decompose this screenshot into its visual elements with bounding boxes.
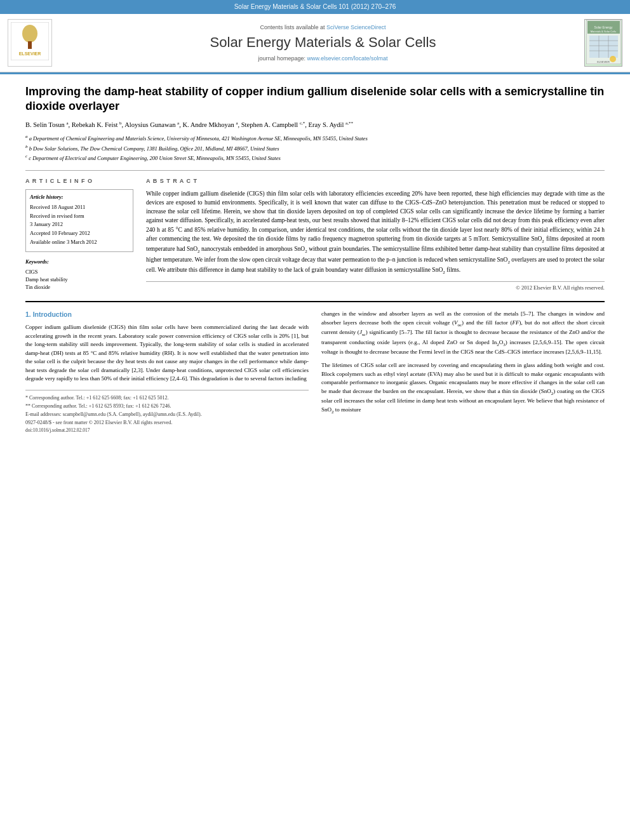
- history-received: Received 18 August 2011: [30, 204, 129, 211]
- sciverse-link[interactable]: SciVerse ScienceDirect: [326, 24, 386, 30]
- sciverse-line: Contents lists available at SciVerse Sci…: [62, 23, 584, 32]
- body-section: 1. Introduction Copper indium gallium di…: [25, 301, 605, 434]
- affiliation-c: c c Department of Electrical and Compute…: [25, 154, 605, 163]
- keywords-section: Keywords: CIGS Damp heat stability Tin d…: [25, 258, 133, 291]
- article-title: Improving the damp-heat stability of cop…: [25, 84, 605, 114]
- affiliation-a: a a Department of Chemical Engineering a…: [25, 134, 605, 143]
- abstract-label: A B S T R A C T: [146, 177, 605, 185]
- journal-header-center: Contents lists available at SciVerse Sci…: [62, 23, 584, 63]
- svg-text:ELSEVIER: ELSEVIER: [597, 60, 610, 63]
- affiliation-b: b b Dow Solar Solutions, The Dow Chemica…: [25, 144, 605, 153]
- history-online: Available online 3 March 2012: [30, 239, 129, 246]
- journal-header: ELSEVIER Contents lists available at Sci…: [0, 14, 630, 72]
- authors-line: B. Selin Tosun a, Rebekah K. Feist b, Al…: [25, 121, 605, 130]
- svg-point-1: [22, 25, 37, 43]
- article-info-label: A R T I C L E I N F O: [25, 177, 133, 185]
- homepage-url[interactable]: www.elsevier.com/locate/solmat: [307, 55, 388, 62]
- footnotes: * Corresponding author. Tel.: +1 612 625…: [25, 390, 309, 434]
- footnote-2: ** Corresponding author. Tel.: +1 612 62…: [25, 403, 309, 410]
- journal-title: Solar Energy Materials & Solar Cells: [62, 33, 584, 53]
- svg-text:Materials & Solar Cells: Materials & Solar Cells: [590, 30, 615, 33]
- keyword-1: CIGS: [25, 269, 133, 276]
- body-right-col: changes in the window and absorber layer…: [321, 310, 605, 434]
- elsevier-logo: ELSEVIER: [8, 19, 52, 67]
- journal-homepage: journal homepage: www.elsevier.com/locat…: [62, 55, 584, 63]
- intro-heading: 1. Introduction: [25, 310, 309, 319]
- history-revised-label: Received in revised form: [30, 213, 129, 220]
- journal-cover-image: Solar Energy Materials & Solar Cells ELS…: [584, 19, 622, 67]
- article-info-col: A R T I C L E I N F O Article history: R…: [25, 177, 133, 291]
- keywords-title: Keywords:: [25, 258, 133, 266]
- footnote-email: E-mail addresses: scampbell@umn.edu (S.A…: [25, 411, 309, 418]
- right-para-2: The lifetimes of CIGS solar cell are inc…: [321, 361, 605, 415]
- svg-text:Solar Energy: Solar Energy: [594, 25, 612, 29]
- authors-text: B. Selin Tosun a, Rebekah K. Feist b, Al…: [25, 121, 353, 128]
- journal-bar: Solar Energy Materials & Solar Cells 101…: [0, 0, 630, 14]
- keyword-3: Tin dioxide: [25, 284, 133, 291]
- svg-text:ELSEVIER: ELSEVIER: [19, 51, 41, 56]
- abstract-text: While copper indium gallium diselenide (…: [146, 189, 605, 276]
- journal-bar-text: Solar Energy Materials & Solar Cells 101…: [234, 3, 396, 10]
- intro-para-1: Copper indium gallium diselenide (CIGS) …: [25, 323, 309, 383]
- abstract-col: A B S T R A C T While copper indium gall…: [146, 177, 605, 291]
- info-abstract-section: A R T I C L E I N F O Article history: R…: [25, 170, 605, 291]
- svg-rect-8: [589, 36, 618, 58]
- keyword-2: Damp heat stability: [25, 276, 133, 284]
- doi-line: doi:10.1016/j.solmat.2012.02.017: [25, 427, 309, 434]
- footnote-issn: 0927-0248/$ - see front matter © 2012 El…: [25, 419, 309, 426]
- affiliations: a a Department of Chemical Engineering a…: [25, 134, 605, 163]
- article-history-box: Article history: Received 18 August 2011…: [25, 189, 133, 252]
- svg-point-14: [610, 56, 616, 62]
- history-title: Article history:: [30, 194, 129, 201]
- article-content: Improving the damp-heat stability of cop…: [0, 74, 630, 444]
- history-accepted: Accepted 10 February 2012: [30, 230, 129, 237]
- svg-rect-2: [28, 41, 32, 49]
- footnote-1: * Corresponding author. Tel.: +1 612 625…: [25, 394, 309, 401]
- history-revised-date: 3 January 2012: [30, 221, 129, 229]
- copyright-line: © 2012 Elsevier B.V. All rights reserved…: [146, 281, 605, 292]
- right-para-1: changes in the window and absorber layer…: [321, 310, 605, 356]
- body-left-col: 1. Introduction Copper indium gallium di…: [25, 310, 309, 434]
